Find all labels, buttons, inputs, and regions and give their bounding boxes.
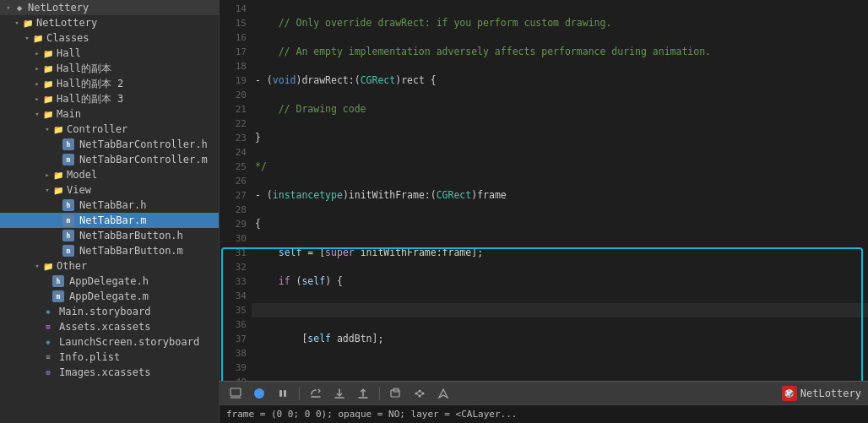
file-plist-icon: ≡	[42, 351, 54, 363]
file-h-icon: h	[62, 230, 74, 241]
tree-arrow	[32, 48, 42, 58]
sidebar-item-hall-copy1[interactable]: 📁 Hall的副本	[0, 61, 219, 76]
sidebar-item-launchscreen[interactable]: ◈ LaunchScreen.storyboard	[0, 334, 219, 350]
sidebar-label: NetTabBar.m	[79, 214, 146, 226]
sidebar-label: NetTabBarButton.m	[79, 245, 183, 257]
sidebar-item-other[interactable]: 📁 Other	[0, 258, 219, 274]
tree-arrow	[42, 170, 52, 180]
svg-line-19	[416, 393, 420, 396]
tree-arrow	[3, 3, 14, 13]
sidebar-item-info-plist[interactable]: ≡ Info.plist	[0, 350, 219, 365]
sidebar-label: Main	[57, 108, 81, 120]
sidebar-item-images-xcassets[interactable]: ⊞ Images.xcassets	[0, 365, 219, 380]
tree-arrow	[32, 109, 42, 119]
sidebar-item-classes[interactable]: 📁 Classes	[0, 30, 219, 46]
app-name-label: NetLottery	[800, 388, 861, 399]
sidebar-label: NetLottery	[28, 2, 89, 14]
sidebar-item-appdelegate-h[interactable]: h AppDelegate.h	[0, 274, 219, 289]
sidebar-label: NetTabBarController.m	[79, 154, 208, 165]
sidebar-label: NetTabBar.h	[79, 199, 146, 211]
tree-arrow	[22, 33, 32, 43]
folder-icon: ◆	[14, 2, 25, 14]
sidebar-label: Hall的副本 2	[57, 77, 123, 91]
sidebar-label: Main.storyboard	[59, 306, 150, 317]
main-container: ◆ NetLottery 📁 NetLottery 📁 Classes 📁 Ha…	[0, 0, 868, 423]
step-out-button[interactable]	[354, 384, 372, 403]
graph-button[interactable]	[410, 384, 429, 403]
file-xcassets-icon: ⊞	[42, 321, 54, 333]
sidebar-label: LaunchScreen.storyboard	[59, 336, 199, 348]
folder-yellow-icon: 📁	[42, 260, 54, 272]
svg-rect-3	[279, 390, 282, 397]
sidebar-label: NetTabBarController.h	[79, 138, 208, 150]
sidebar-label: Controller	[67, 123, 127, 135]
sidebar-label: Hall的副本 3	[57, 92, 123, 106]
line-numbers: 14 15 16 17 18 19 20 21 22 23 24 25 26 2…	[220, 0, 252, 381]
file-h-icon: h	[62, 199, 74, 211]
tree-arrow	[32, 261, 42, 271]
file-h-icon: h	[52, 275, 64, 287]
sidebar-item-nettabbarbutton-m[interactable]: m NetTabBarButton.m	[0, 243, 219, 258]
tree-arrow	[32, 63, 42, 73]
folder-yellow-icon: 📁	[32, 32, 44, 44]
sidebar-label: AppDelegate.h	[69, 275, 149, 287]
sidebar-item-hall-copy3[interactable]: 📁 Hall的副本 3	[0, 91, 219, 106]
sidebar: ◆ NetLottery 📁 NetLottery 📁 Classes 📁 Ha…	[0, 0, 220, 423]
sidebar-item-nettabbarcontroller-h[interactable]: h NetTabBarController.h	[0, 137, 219, 152]
console-toggle-button[interactable]	[226, 384, 245, 403]
folder-yellow-icon: 📁	[42, 47, 54, 59]
bottom-toolbar: 🎲 NetLottery	[220, 381, 868, 404]
step-over-button[interactable]	[307, 384, 325, 403]
sidebar-item-nettabbarcontroller-m[interactable]: m NetTabBarController.m	[0, 152, 219, 167]
sidebar-label: View	[67, 184, 91, 196]
tree-arrow	[12, 18, 22, 28]
code-editor[interactable]: // Only override drawRect: if you perfor…	[252, 0, 868, 381]
file-m-icon: m	[62, 154, 74, 165]
sidebar-item-controller[interactable]: 📁 Controller	[0, 122, 219, 137]
sidebar-item-hall[interactable]: 📁 Hall	[0, 46, 219, 61]
file-m-icon: m	[52, 290, 64, 302]
sidebar-item-nettabbar-m[interactable]: m NetTabBar.m	[0, 213, 219, 228]
sidebar-item-assets[interactable]: ⊞ Assets.xcassets	[0, 319, 219, 334]
sidebar-item-nettabbar-h[interactable]: h NetTabBar.h	[0, 198, 219, 213]
editor-area: 14 15 16 17 18 19 20 21 22 23 24 25 26 2…	[220, 0, 868, 423]
file-xcassets-icon: ⊞	[42, 366, 54, 378]
folder-yellow-icon: 📁	[52, 123, 64, 135]
sidebar-item-appdelegate-m[interactable]: m AppDelegate.m	[0, 289, 219, 304]
app-icon: 🎲	[782, 386, 797, 401]
folder-blue-icon: 📁	[22, 17, 34, 29]
sidebar-item-hall-copy2[interactable]: 📁 Hall的副本 2	[0, 76, 219, 91]
sidebar-label: NetTabBarButton.h	[79, 230, 183, 241]
folder-yellow-icon: 📁	[42, 93, 54, 105]
status-text: frame = (0 0; 0 0); opaque = NO; layer =…	[226, 409, 517, 420]
location-button[interactable]	[434, 384, 453, 403]
svg-point-2	[254, 388, 264, 399]
status-bar: frame = (0 0; 0 0); opaque = NO; layer =…	[220, 404, 868, 423]
sidebar-item-main-storyboard[interactable]: ◈ Main.storyboard	[0, 304, 219, 319]
sidebar-label: Info.plist	[59, 351, 120, 363]
folder-yellow-icon: 📁	[52, 169, 64, 181]
sidebar-item-main[interactable]: 📁 Main	[0, 106, 219, 122]
sidebar-item-nettabbarbutton-h[interactable]: h NetTabBarButton.h	[0, 228, 219, 243]
svg-rect-4	[284, 390, 286, 397]
sidebar-item-netlottery[interactable]: 📁 NetLottery	[0, 15, 219, 30]
frame-capture-button[interactable]	[387, 384, 405, 403]
sidebar-label: NetLottery	[36, 17, 97, 29]
code-container: 14 15 16 17 18 19 20 21 22 23 24 25 26 2…	[220, 0, 868, 381]
svg-line-16	[416, 391, 420, 393]
sidebar-item-netlottery-root[interactable]: ◆ NetLottery	[0, 0, 219, 15]
step-into-button[interactable]	[330, 384, 349, 403]
folder-yellow-icon: 📁	[42, 108, 54, 120]
file-m-icon: m	[62, 245, 74, 257]
pause-button[interactable]	[274, 384, 292, 403]
svg-rect-0	[231, 388, 241, 396]
tree-arrow	[32, 79, 42, 89]
sidebar-item-view[interactable]: 📁 View	[0, 182, 219, 198]
run-button[interactable]	[250, 384, 269, 403]
folder-yellow-icon: 📁	[42, 78, 54, 89]
toolbar-separator-1	[299, 387, 300, 400]
sidebar-label: Assets.xcassets	[59, 321, 150, 333]
tree-arrow	[42, 124, 52, 134]
folder-yellow-icon: 📁	[52, 184, 64, 196]
sidebar-item-model[interactable]: 📁 Model	[0, 167, 219, 182]
